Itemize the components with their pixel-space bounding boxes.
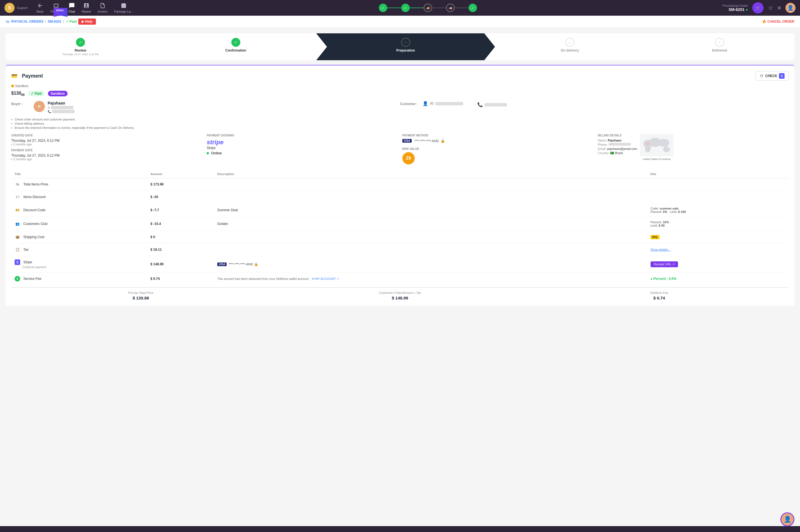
breadcrumb-order-id[interactable]: SM-6201	[48, 20, 61, 23]
payment-title: 💳 Payment	[11, 73, 43, 79]
selldone-fee-value: $ 0.74	[530, 296, 789, 300]
gateway-col: Payment gateway stripe Stripe Online	[207, 134, 398, 155]
lock-icon: 🔒	[440, 139, 445, 143]
sandbox-badge: Sandbox	[11, 84, 28, 88]
created-ago: • 2 months ago	[11, 142, 202, 146]
row-info-total-items	[647, 178, 789, 191]
svg-point-4	[663, 147, 670, 152]
demo-badge: DEMO	[54, 8, 68, 17]
progress-step-2: ✓	[401, 4, 410, 12]
buyer-email-row: ✉	[48, 106, 75, 109]
online-dot	[207, 152, 209, 154]
row-amount-shipping: $ 0	[147, 231, 214, 244]
step-delivered-label: Delivered	[712, 49, 727, 52]
checklist-item-2: Check billing address.	[11, 122, 789, 125]
step-confirmation: ✓ Confirmation	[161, 33, 311, 60]
my-account-link[interactable]: ✉ MY ACCOUNT ↗	[312, 277, 339, 281]
row-title-tax: 📋 Tax	[11, 244, 147, 256]
row-info-discount	[647, 191, 789, 203]
stripe-logo: stripe	[207, 139, 398, 146]
nav-report[interactable]: Report	[81, 2, 91, 13]
order-progress: ✓ Review Thursday, Jul 27, 2023, 6:12 PM…	[6, 33, 794, 60]
map-section: United States of America	[640, 134, 674, 160]
pre-tax-total: Pre-tax Total Price $ 130.88	[11, 291, 270, 300]
tax-icon: 📋	[15, 247, 20, 252]
step-delivery-icon: ○	[565, 38, 574, 47]
sandbox-tag: Sandbox	[48, 91, 68, 96]
step-review-label: Review	[75, 49, 86, 52]
row-title-service-fee: S Service Fee	[11, 272, 147, 285]
row-info-shipping: DHL	[647, 231, 789, 244]
billing-phone-row: Phone:	[598, 143, 637, 146]
online-status: Online	[207, 151, 398, 155]
step-circle-5: ✓	[469, 4, 477, 12]
stripe-subtitle: Customer payment	[22, 266, 46, 269]
user-avatar[interactable]: 👤	[785, 3, 796, 13]
customer-paid-total: Customer's Paid Amount + Tax $ 148.99	[270, 291, 529, 300]
nav-chat[interactable]: Chat	[68, 2, 75, 13]
processing-center-info: Processing Center SM-6201 ●	[723, 4, 748, 12]
buyer-phone	[52, 110, 75, 113]
selldone-fee-total: Selldone Fee $ 0.74	[530, 291, 789, 300]
menu-button[interactable]: ≡	[778, 5, 781, 11]
tag-icon: 🏷	[15, 194, 20, 200]
bottom-right-avatar[interactable]: 👤	[780, 512, 794, 526]
shipping-box-icon: 📦	[15, 234, 20, 240]
breadcrumb-sep2: /	[63, 20, 64, 23]
support-label: Support	[17, 6, 28, 10]
payment-card-icon: 💳	[11, 73, 17, 79]
created-date-label: Created Date	[11, 134, 202, 137]
nav-package[interactable]: Package La...	[114, 2, 133, 13]
club-icon: 👥	[15, 221, 20, 227]
risk-circle: 29	[402, 152, 415, 165]
row-amount-discount: $ -20	[147, 191, 214, 203]
main-content: ✓ Review Thursday, Jul 27, 2023, 6:12 PM…	[0, 28, 800, 526]
star-button[interactable]: ☆	[768, 4, 773, 11]
checklist-item-1: Check order amount and customer payment.	[11, 118, 789, 121]
nav-invoice[interactable]: Invoice	[97, 2, 107, 13]
step-review: ✓ Review Thursday, Jul 27, 2023, 6:12 PM	[6, 33, 155, 60]
col-title: Title	[11, 170, 147, 178]
table-row-service-fee: S Service Fee $ 0.74 This amount has bee…	[11, 272, 789, 285]
step-confirmation-icon: ✓	[231, 38, 240, 47]
paid-tag: ✓ Paid	[28, 91, 44, 96]
step-circle-3: 🚚	[424, 4, 432, 12]
cart-button[interactable]: 🛒	[752, 2, 764, 14]
progress-step-4: 🚛	[446, 4, 455, 12]
dhl-badge: DHL	[651, 235, 660, 239]
gateway-name: Stripe	[207, 146, 398, 150]
order-progress-steps: ✓ Review Thursday, Jul 27, 2023, 6:12 PM…	[6, 33, 794, 60]
app-logo[interactable]: S	[4, 3, 15, 13]
check-label: CHECK	[765, 74, 777, 78]
nav-icons: Back Timeline Chat Report Invoice Packag…	[37, 2, 133, 13]
show-details-link[interactable]: Show details...	[651, 248, 671, 251]
help-button[interactable]: ▶ Help	[78, 18, 96, 25]
row-info-tax: Show details...	[647, 244, 789, 256]
progress-step-3: 🚚	[424, 4, 432, 12]
customer-section: Customer : 👤 ✉ 📞	[400, 101, 789, 107]
risk-section: Risk value 29	[402, 147, 593, 165]
payment-checklist: Check order amount and customer payment.…	[11, 118, 789, 129]
payment-date-label: Payment Date	[11, 149, 202, 152]
check-button[interactable]: CHECK S	[756, 71, 789, 81]
row-amount-discount-code: $ -7.7	[147, 203, 214, 217]
svg-point-3	[658, 139, 669, 147]
receipt-url-button[interactable]: Receipt URL ↗	[651, 261, 678, 267]
payment-table: Title Amount Description Info 🛍 Total It…	[11, 170, 789, 285]
processing-center-label: Processing Center	[723, 4, 748, 7]
row-title-total-items: 🛍 Total Items Price	[11, 178, 147, 191]
stripe-check-icon: S	[779, 73, 785, 79]
payment-details-grid: Created Date Thursday, Jul 27, 2023, 6:1…	[11, 134, 789, 165]
step-delivered-icon: ○	[715, 38, 724, 47]
row-title-stripe: S Stripe Customer payment	[11, 256, 147, 272]
world-map	[640, 134, 674, 156]
col-amount: Amount	[147, 170, 214, 178]
progress-step-5: ✓	[469, 4, 477, 12]
row-info-club: Percent: 10% Limit: $ 50	[647, 217, 789, 231]
table-row-shipping: 📦 Shipping Cost $ 0 DHL	[11, 231, 789, 244]
nav-back[interactable]: Back	[37, 2, 43, 13]
breadcrumb-physical-orders[interactable]: PHYSICAL ORDERS	[11, 20, 43, 23]
step-preparation: ○ Preparation	[316, 33, 495, 60]
cancel-order-button[interactable]: 🔥 CANCEL ORDER	[762, 20, 794, 23]
selldone-icon: S	[15, 276, 20, 282]
